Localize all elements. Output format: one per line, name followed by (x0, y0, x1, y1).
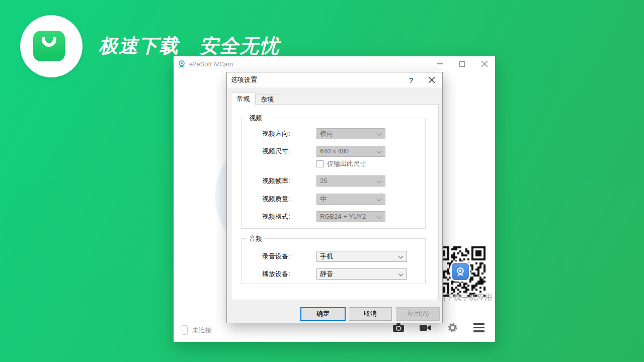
playback-device-label: 播放设备: (262, 268, 290, 280)
chevron-down-icon (377, 149, 382, 154)
maximize-icon[interactable] (459, 61, 465, 67)
chevron-down-icon (377, 131, 382, 136)
video-camera-icon[interactable] (420, 324, 432, 332)
phone-icon (182, 325, 188, 335)
chevron-down-icon (377, 197, 382, 202)
record-device-select[interactable]: 手机 (316, 251, 407, 262)
record-device-label: 录音设备: (262, 251, 290, 262)
tab-general[interactable]: 常规 (231, 93, 256, 105)
video-framerate-select: 25 (316, 175, 385, 187)
help-icon[interactable]: ? (409, 76, 413, 84)
chevron-down-icon (398, 272, 404, 277)
close-icon[interactable] (481, 60, 488, 67)
chevron-down-icon (377, 214, 382, 219)
bag-handle-icon (42, 37, 56, 47)
menu-hamburger-icon[interactable] (473, 323, 485, 332)
connection-status: 未连接 (192, 326, 212, 335)
video-format-select: RGB24 + YUY2 (316, 211, 385, 222)
window-title: e2eSoft iVCam (189, 60, 233, 68)
video-format-label: 视频格式: (262, 211, 290, 222)
chevron-down-icon (377, 178, 382, 184)
audio-group-title: 音频 (247, 234, 265, 243)
qr-center-webcam-icon (452, 263, 469, 280)
tab-misc[interactable]: 杂项 (256, 94, 279, 105)
video-group-title: 视频 (247, 114, 265, 123)
chevron-down-icon (398, 254, 404, 259)
video-framerate-label: 视频帧率: (262, 175, 290, 187)
webcam-icon (178, 60, 186, 68)
ok-button[interactable]: 确定 (300, 307, 346, 321)
video-orientation-select: 横向 (316, 128, 385, 139)
dialog-titlebar: 选项设置 ? (227, 72, 442, 87)
photo-camera-icon[interactable] (393, 323, 404, 332)
settings-gear-icon[interactable] (447, 322, 458, 333)
marketing-slogan: 极速下载 安全无忧 (99, 33, 280, 59)
only-this-size-checkbox (316, 160, 324, 167)
video-orientation-label: 视频方向: (262, 128, 290, 139)
shopping-bag-icon (33, 31, 65, 61)
cancel-button[interactable]: 取消 (349, 307, 392, 321)
apply-button: 应用(A) (396, 307, 440, 321)
app-store-logo (20, 15, 83, 77)
video-size-label: 视频尺寸: (262, 146, 290, 157)
options-dialog: 选项设置 ? 常规 杂项 视频 视频方向: 横向 视频尺寸: 640 x 480… (226, 72, 443, 323)
only-this-size-label: 仅输出此尺寸 (327, 159, 366, 169)
video-quality-select: 中 (316, 194, 385, 205)
dialog-title: 选项设置 (231, 75, 257, 84)
video-size-select: 640 x 480 (316, 146, 385, 157)
playback-device-select[interactable]: 静音 (316, 268, 407, 280)
dialog-close-icon[interactable] (428, 76, 435, 83)
minimize-icon[interactable] (437, 63, 443, 64)
video-quality-label: 视频质量: (262, 194, 290, 205)
